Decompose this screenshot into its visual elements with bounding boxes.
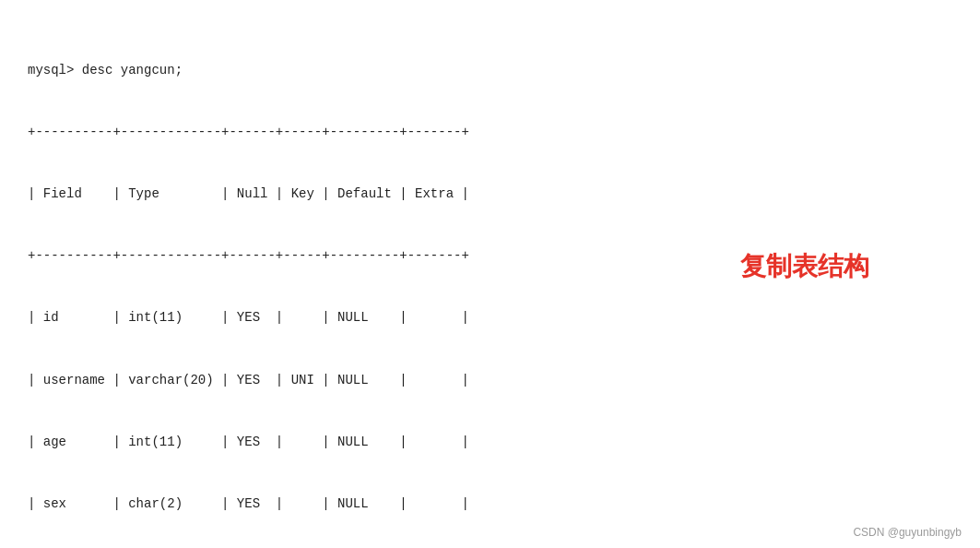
block1-sep1: +----------+-------------+------+-----+-… xyxy=(28,122,952,142)
block1-header: | Field | Type | Null | Key | Default | … xyxy=(28,184,952,204)
block1-row-0: | id | int(11) | YES | | NULL | | xyxy=(28,307,952,328)
watermark: CSDN @guyunbingyb xyxy=(853,526,962,539)
block1-row-3: | sex | char(2) | YES | | NULL | | xyxy=(28,494,952,514)
copy-table-label: 复制表结构 xyxy=(740,249,869,284)
block1-row-1: | username | varchar(20) | YES | UNI | N… xyxy=(28,370,952,390)
block1-row-2: | age | int(11) | YES | | NULL | | xyxy=(28,432,952,452)
block1-prompt: mysql> desc yangcun; xyxy=(28,60,952,80)
